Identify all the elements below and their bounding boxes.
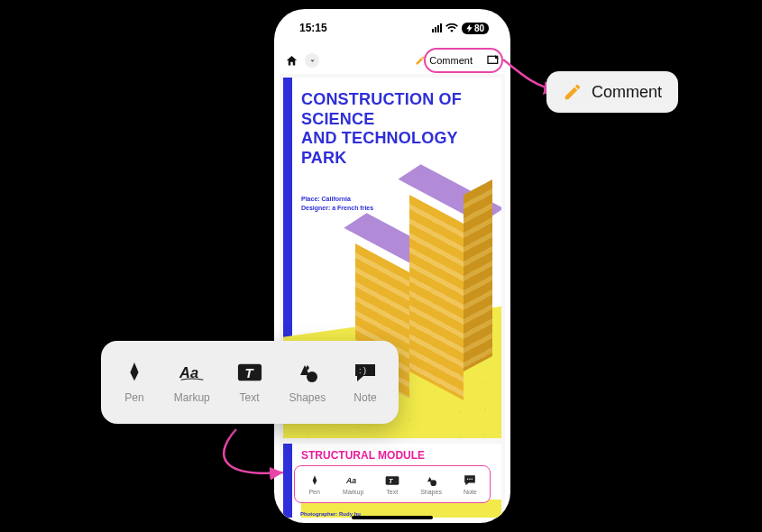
tool-pen[interactable]: Pen <box>122 361 147 404</box>
comment-callout-label: Comment <box>592 83 662 102</box>
annotation-toolbar: Pen Aa Markup T Text Shapes Note <box>294 465 491 503</box>
svg-point-7 <box>472 479 473 481</box>
pencil-icon <box>563 82 583 102</box>
tool-note[interactable]: Note <box>463 474 477 495</box>
document-viewport[interactable]: CONSTRUCTION OF SCIENCE AND TECHNOLOGY P… <box>280 74 505 518</box>
tool-shapes[interactable]: Shapes <box>420 474 442 495</box>
status-time: 15:15 <box>299 22 327 34</box>
shapes-icon <box>295 361 320 384</box>
signal-icon <box>432 23 442 32</box>
tool-pen[interactable]: Pen <box>308 474 322 495</box>
status-bar: 15:15 80 <box>274 9 510 47</box>
note-icon: : ) <box>353 361 378 384</box>
svg-point-6 <box>470 479 472 481</box>
battery-badge: 80 <box>462 23 489 34</box>
tool-text[interactable]: T Text <box>237 361 262 404</box>
page-meta: Place: California Designer: a French fri… <box>301 195 373 213</box>
battery-level: 80 <box>474 23 484 33</box>
svg-text:: ): : ) <box>359 366 366 375</box>
pen-icon <box>308 474 322 487</box>
top-toolbar: Comment <box>274 47 510 74</box>
tool-shapes[interactable]: Shapes <box>289 361 326 404</box>
text-icon: T <box>237 361 262 384</box>
page-title: CONSTRUCTION OF SCIENCE AND TECHNOLOGY P… <box>301 90 492 168</box>
annotation-toolbar-callout: Pen Aa Markup T Text Shapes : ) Note <box>101 341 399 424</box>
svg-point-11 <box>307 371 317 382</box>
document-page-2: STRUCTURAL MODULE Pen Aa Markup T Text S… <box>283 444 501 518</box>
svg-point-5 <box>467 479 469 481</box>
page2-title: STRUCTURAL MODULE <box>301 449 425 462</box>
shapes-icon <box>424 474 438 487</box>
phone-frame: 15:15 80 Comment <box>274 9 510 523</box>
pen-icon <box>122 361 147 384</box>
dropdown-icon[interactable] <box>305 53 319 68</box>
svg-point-4 <box>430 480 436 486</box>
home-indicator <box>352 516 433 519</box>
share-icon[interactable] <box>485 52 501 69</box>
pencil-icon <box>415 55 426 66</box>
markup-icon: Aa <box>346 474 361 487</box>
comment-callout: Comment <box>546 71 678 113</box>
tool-markup[interactable]: Aa Markup <box>343 474 363 495</box>
svg-text:Aa: Aa <box>346 476 356 485</box>
tool-markup[interactable]: Aa Markup <box>174 361 210 404</box>
wifi-icon <box>445 23 458 32</box>
comment-button[interactable]: Comment <box>408 52 480 69</box>
markup-icon: Aa <box>179 361 205 384</box>
home-icon[interactable] <box>283 52 299 69</box>
tool-note[interactable]: : ) Note <box>353 361 378 404</box>
status-right: 80 <box>432 23 489 34</box>
note-icon <box>463 474 477 487</box>
tool-text[interactable]: T Text <box>385 474 399 495</box>
text-icon: T <box>385 474 399 487</box>
svg-text:Aa: Aa <box>179 364 198 381</box>
svg-text:T: T <box>389 476 393 484</box>
comment-button-label: Comment <box>429 55 473 66</box>
